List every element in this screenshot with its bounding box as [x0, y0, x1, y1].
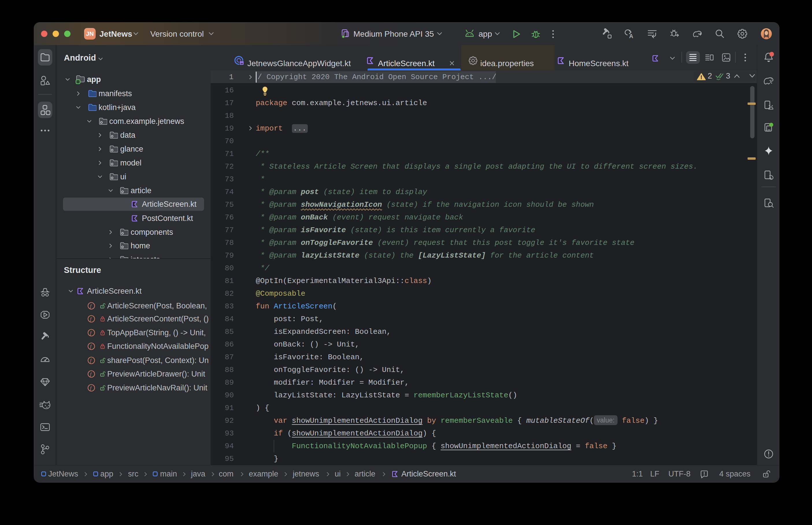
svg-text:A: A	[629, 33, 633, 39]
